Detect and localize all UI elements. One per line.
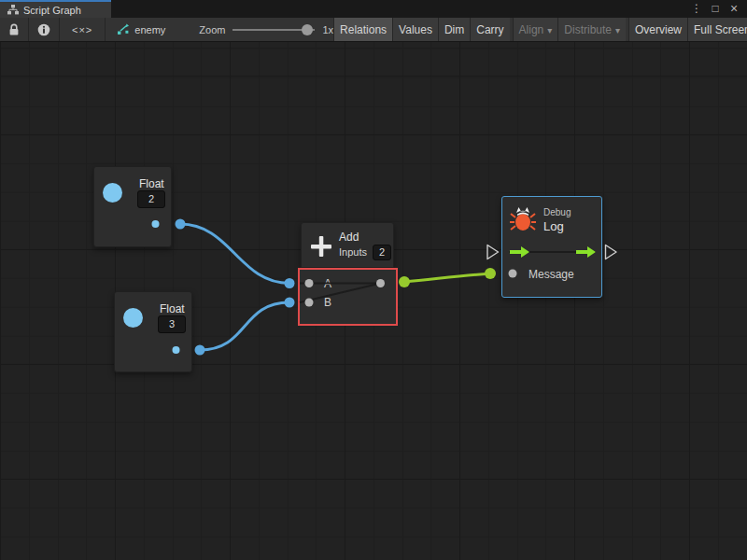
node-title: Log bbox=[543, 219, 564, 233]
wire-endpoint[interactable] bbox=[485, 268, 496, 279]
dim-button[interactable]: Dim bbox=[438, 18, 470, 41]
window-close-icon[interactable]: × bbox=[726, 0, 741, 18]
wire-endpoint[interactable] bbox=[176, 219, 186, 230]
node-category: Debug bbox=[543, 207, 571, 217]
control-output-triangle[interactable] bbox=[606, 245, 617, 259]
node-float-1[interactable]: Float 2 bbox=[93, 166, 172, 247]
lock-button[interactable] bbox=[0, 18, 29, 41]
wire-endpoint[interactable] bbox=[399, 276, 410, 287]
port-label-b: B bbox=[324, 296, 331, 309]
window-menu-icon[interactable]: ⋮ bbox=[689, 0, 704, 18]
float-type-icon bbox=[103, 183, 122, 203]
graph-icon bbox=[117, 23, 130, 35]
zoom-label: Zoom bbox=[199, 24, 225, 35]
wire-endpoint[interactable] bbox=[285, 298, 295, 308]
script-graph-tab-icon bbox=[7, 5, 19, 15]
lock-icon bbox=[8, 23, 20, 36]
unity-script-graph-window: Script Graph ⋮ □ × bbox=[0, 0, 747, 560]
node-add-header[interactable]: Add Inputs 2 bbox=[301, 222, 394, 268]
plus-icon bbox=[308, 233, 334, 259]
graph-toolbar: <×> enemy Zoom 1x Relations Values Dim bbox=[0, 18, 747, 42]
wire-float2-to-add-b[interactable] bbox=[200, 302, 289, 350]
left-icon-group: <×> bbox=[0, 18, 106, 41]
tab-title: Script Graph bbox=[23, 5, 81, 16]
port-label-a: A bbox=[324, 277, 331, 290]
overview-button[interactable]: Overview bbox=[628, 18, 687, 41]
window-controls: ⋮ □ × bbox=[689, 0, 747, 18]
node-title: Float bbox=[160, 302, 185, 315]
port-label-message: Message bbox=[529, 268, 574, 281]
carry-button[interactable]: Carry bbox=[470, 18, 509, 41]
tab-script-graph[interactable]: Script Graph bbox=[0, 0, 111, 18]
wire-float1-to-add-a[interactable] bbox=[180, 224, 289, 284]
inputs-count-field[interactable]: 2 bbox=[373, 245, 391, 260]
wire-endpoint[interactable] bbox=[285, 278, 295, 288]
node-add-body-selected[interactable]: A B bbox=[298, 268, 398, 326]
node-debug-log[interactable]: Debug Log Message bbox=[501, 196, 602, 298]
full-screen-button[interactable]: Full Screen bbox=[687, 18, 747, 41]
graph-canvas[interactable]: Float 2 Float 3 Add Inputs 2 A B bbox=[0, 42, 747, 560]
values-button[interactable]: Values bbox=[392, 18, 438, 41]
wire-add-to-debug-message[interactable] bbox=[404, 273, 490, 282]
float-value-field[interactable]: 3 bbox=[158, 315, 186, 333]
dropdown-arrow-icon bbox=[615, 23, 620, 36]
code-view-button[interactable]: <×> bbox=[60, 18, 106, 41]
zoom-slider[interactable] bbox=[233, 24, 315, 35]
inputs-label: Inputs bbox=[339, 246, 367, 258]
window-titlebar: Script Graph ⋮ □ × bbox=[0, 0, 747, 18]
zoom-control: Zoom 1x bbox=[199, 18, 333, 41]
node-title: Float bbox=[139, 177, 164, 190]
float-type-icon bbox=[123, 308, 143, 328]
control-input-triangle[interactable] bbox=[487, 245, 499, 259]
node-title: Add bbox=[339, 231, 359, 244]
zoom-value: 1x bbox=[322, 24, 333, 35]
bug-icon bbox=[510, 204, 536, 236]
info-button[interactable] bbox=[29, 18, 60, 41]
distribute-button[interactable]: Distribute bbox=[557, 18, 626, 41]
window-maximize-icon[interactable]: □ bbox=[708, 0, 723, 18]
relations-button[interactable]: Relations bbox=[333, 18, 392, 41]
info-icon bbox=[37, 23, 50, 36]
graph-breadcrumb[interactable]: enemy bbox=[107, 18, 175, 41]
wire-endpoint[interactable] bbox=[195, 345, 205, 356]
float-value-field[interactable]: 2 bbox=[137, 190, 165, 208]
dropdown-arrow-icon bbox=[547, 23, 552, 36]
zoom-slider-handle[interactable] bbox=[302, 24, 313, 35]
node-float-2[interactable]: Float 3 bbox=[114, 291, 192, 372]
toolbar-buttons: Relations Values Dim Carry Align Distrib… bbox=[333, 18, 747, 41]
graph-name: enemy bbox=[134, 24, 165, 35]
code-view-icon: <×> bbox=[72, 24, 92, 35]
align-button[interactable]: Align bbox=[513, 18, 558, 41]
